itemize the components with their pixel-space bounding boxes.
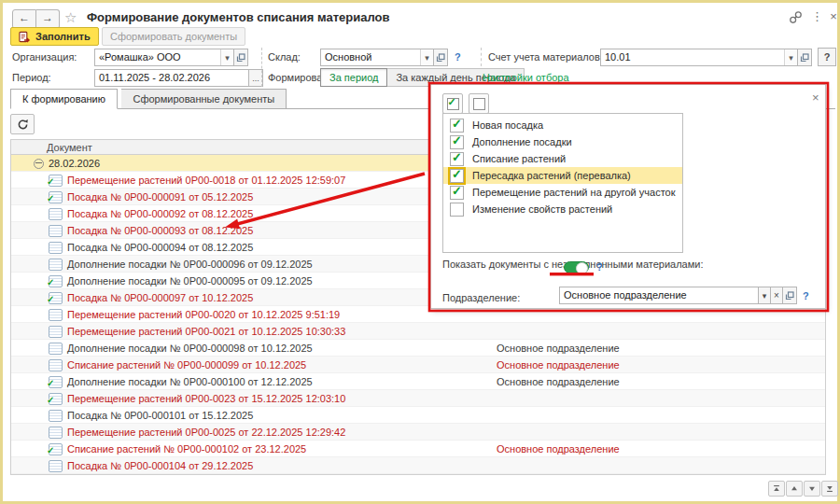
posted-document-icon bbox=[49, 393, 63, 405]
department-dropdown-icon[interactable]: ▾ bbox=[758, 287, 771, 304]
refresh-button[interactable] bbox=[10, 114, 35, 134]
document-type-label: Дополнение посадки bbox=[472, 136, 572, 147]
show-unfilled-label: Показать документы с незаполненными мате… bbox=[442, 259, 562, 271]
table-row[interactable]: Дополнение посадки № 0Р00-000098 от 10.1… bbox=[11, 340, 825, 357]
document-title: Дополнение посадки № 0Р00-000095 от 09.1… bbox=[67, 273, 313, 289]
close-window-icon[interactable]: × bbox=[828, 9, 839, 23]
table-row[interactable]: Перемещение растений 0Р00-0021 от 10.12.… bbox=[11, 323, 825, 340]
warehouse-label: Склад: bbox=[268, 49, 301, 66]
account-label: Счет учета материалов: bbox=[488, 49, 603, 66]
go-down-button[interactable] bbox=[804, 481, 820, 497]
fill-icon bbox=[19, 31, 31, 43]
document-type-label: Перемещение растений на другой участок bbox=[472, 187, 676, 198]
document-title: Списание растений № 0Р00-000099 от 10.12… bbox=[67, 357, 306, 373]
mode-period-button[interactable]: За период bbox=[320, 68, 387, 87]
document-type-label: Новая посадка bbox=[472, 119, 543, 131]
document-type-item[interactable]: Пересадка растений (перевалка) bbox=[443, 167, 682, 184]
department-field[interactable]: Основное подразделение bbox=[559, 287, 759, 304]
table-row[interactable]: Перемещение растений 0Р00-0025 от 22.12.… bbox=[11, 424, 825, 441]
document-title: Дополнение посадки № 0Р00-000100 от 12.1… bbox=[67, 373, 313, 390]
document-type-list: Новая посадкаДополнение посадкиСписание … bbox=[442, 113, 683, 253]
app-window: ← → ☆ Формирование документов списания м… bbox=[0, 0, 840, 504]
divider bbox=[481, 48, 482, 66]
document-title: Посадка № 0Р00-000091 от 05.12.2025 bbox=[67, 189, 253, 205]
document-type-item[interactable]: Дополнение посадки bbox=[443, 133, 682, 150]
document-title: Перемещение растений 0Р00-0018 от 01.12.… bbox=[67, 172, 345, 189]
link-icon[interactable] bbox=[789, 10, 803, 24]
page-title: Формирование документов списания материа… bbox=[87, 10, 389, 24]
chevron-down-icon[interactable]: ▾ bbox=[420, 49, 433, 65]
table-row[interactable]: Посадка № 0Р00-000104 от 29.12.2025 bbox=[11, 457, 825, 474]
organization-field[interactable]: «Ромашка» ООО ▾ bbox=[94, 49, 234, 66]
document-type-item[interactable]: Списание растений bbox=[443, 150, 682, 167]
back-button[interactable]: ← bbox=[12, 9, 36, 29]
organization-label: Организация: bbox=[12, 49, 77, 66]
department-open-icon[interactable] bbox=[782, 287, 797, 304]
checked-checkbox-icon[interactable] bbox=[450, 169, 464, 183]
posted-document-icon bbox=[49, 175, 63, 187]
warehouse-help-icon[interactable]: ? bbox=[455, 49, 461, 66]
warehouse-field[interactable]: Основной ▾ bbox=[320, 49, 434, 66]
period-label: Период: bbox=[12, 69, 51, 87]
checked-checkbox-icon bbox=[447, 98, 459, 110]
popup-close-icon[interactable]: × bbox=[812, 91, 819, 104]
document-title: Посадка № 0Р00-000093 от 08.12.2025 bbox=[67, 222, 253, 239]
checked-checkbox-icon[interactable] bbox=[450, 152, 464, 166]
document-icon bbox=[49, 309, 63, 321]
group-date: 28.02.2026 bbox=[49, 155, 100, 172]
chevron-down-icon[interactable]: ▾ bbox=[784, 49, 797, 65]
document-department: Основное подразделение bbox=[497, 357, 620, 373]
document-title: Посадка № 0Р00-000104 от 29.12.2025 bbox=[67, 457, 253, 474]
table-row[interactable]: Перемещение растений 0Р00-0023 от 15.12.… bbox=[11, 390, 825, 407]
go-last-button[interactable] bbox=[821, 481, 838, 497]
document-type-label: Пересадка растений (перевалка) bbox=[472, 170, 631, 181]
warehouse-value: Основной bbox=[321, 49, 420, 65]
forward-button[interactable]: → bbox=[36, 9, 60, 29]
posted-document-icon bbox=[49, 443, 63, 455]
chevron-down-icon[interactable]: ▾ bbox=[220, 49, 233, 65]
generate-documents-button[interactable]: Сформировать документы bbox=[102, 27, 245, 46]
fill-button-label: Заполнить bbox=[35, 31, 91, 42]
divider bbox=[261, 48, 262, 87]
organization-value: «Ромашка» ООО bbox=[95, 49, 220, 65]
tab-to-generate[interactable]: К формированию bbox=[10, 89, 118, 109]
unchecked-checkbox-icon[interactable] bbox=[450, 203, 464, 217]
more-menu-icon[interactable]: ⋮ bbox=[811, 9, 822, 23]
document-title: Дополнение посадки № 0Р00-000096 от 09.1… bbox=[67, 256, 313, 273]
favorite-star-icon[interactable]: ☆ bbox=[64, 9, 77, 26]
go-up-button[interactable] bbox=[786, 481, 803, 497]
warehouse-open-icon[interactable] bbox=[433, 49, 448, 66]
table-row[interactable]: Посадка № 0Р00-000101 от 15.12.2025 bbox=[11, 407, 825, 424]
document-department: Основное подразделение bbox=[497, 373, 620, 390]
account-open-icon[interactable] bbox=[797, 49, 812, 66]
organization-open-icon[interactable] bbox=[233, 49, 248, 66]
uncheck-all-button[interactable] bbox=[469, 93, 489, 114]
department-help-icon[interactable]: ? bbox=[803, 287, 809, 305]
checked-checkbox-icon[interactable] bbox=[450, 186, 464, 200]
document-title: Списание растений № 0Р00-000102 от 23.12… bbox=[67, 441, 306, 457]
table-row[interactable]: Дополнение посадки № 0Р00-000100 от 12.1… bbox=[11, 373, 825, 390]
document-type-item[interactable]: Перемещение растений на другой участок bbox=[443, 184, 682, 201]
document-title: Перемещение растений 0Р00-0021 от 10.12.… bbox=[67, 323, 345, 340]
toggle-help-icon[interactable]: ? bbox=[596, 259, 603, 276]
tab-generated-documents[interactable]: Сформированные документы bbox=[121, 89, 287, 109]
document-type-label: Списание растений bbox=[472, 153, 566, 164]
table-row[interactable]: Списание растений № 0Р00-000102 от 23.12… bbox=[11, 441, 825, 457]
document-type-item[interactable]: Новая посадка bbox=[443, 117, 682, 133]
document-icon bbox=[49, 410, 63, 422]
table-row[interactable]: Списание растений № 0Р00-000099 от 10.12… bbox=[11, 357, 825, 373]
document-title: Перемещение растений 0Р00-0025 от 22.12.… bbox=[67, 424, 345, 441]
show-unfilled-toggle[interactable] bbox=[564, 261, 589, 273]
checked-checkbox-icon[interactable] bbox=[450, 135, 464, 149]
document-type-item[interactable]: Изменение свойств растений bbox=[443, 201, 682, 217]
period-value: 01.11.2025 - 28.02.2026 bbox=[95, 70, 248, 86]
department-clear-icon[interactable]: × bbox=[770, 287, 783, 304]
go-first-button[interactable] bbox=[768, 481, 785, 497]
form-help-button[interactable]: ? bbox=[818, 48, 836, 66]
check-all-button[interactable] bbox=[442, 93, 463, 114]
fill-button[interactable]: Заполнить bbox=[10, 27, 99, 46]
checked-checkbox-icon[interactable] bbox=[450, 119, 464, 133]
period-field[interactable]: 01.11.2025 - 28.02.2026 bbox=[94, 69, 249, 87]
account-field[interactable]: 10.01 ▾ bbox=[600, 49, 798, 66]
collapse-icon[interactable] bbox=[34, 159, 44, 169]
